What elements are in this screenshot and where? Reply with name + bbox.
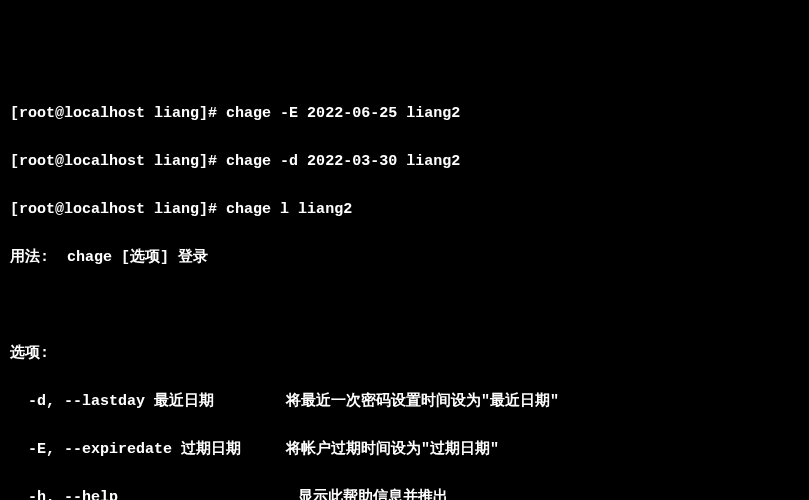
blank-line [10, 294, 799, 318]
prompt-line-2: [root@localhost liang]# chage -d 2022-03… [10, 150, 799, 174]
prompt-open: [ [10, 105, 19, 122]
prompt-line-1: [root@localhost liang]# chage -E 2022-06… [10, 102, 799, 126]
prompt-open: [ [10, 201, 19, 218]
prompt-close: ]# [199, 105, 226, 122]
prompt-host: localhost [64, 201, 145, 218]
option-E: -E, --expiredate 过期日期 将帐户过期时间设为"过期日期" [10, 438, 799, 462]
prompt-at: @ [55, 105, 64, 122]
prompt-at: @ [55, 153, 64, 170]
prompt-cwd: liang [154, 153, 199, 170]
option-h: -h, --help 显示此帮助信息并推出 [10, 486, 799, 500]
usage-header: 用法: chage [选项] 登录 [10, 246, 799, 270]
command-3[interactable]: chage l liang2 [226, 201, 352, 218]
command-1[interactable]: chage -E 2022-06-25 liang2 [226, 105, 460, 122]
prompt-close: ]# [199, 153, 226, 170]
prompt-close: ]# [199, 201, 226, 218]
prompt-open: [ [10, 153, 19, 170]
prompt-user: root [19, 201, 55, 218]
prompt-user: root [19, 153, 55, 170]
prompt-host: localhost [64, 153, 145, 170]
prompt-line-3: [root@localhost liang]# chage l liang2 [10, 198, 799, 222]
prompt-cwd: liang [154, 201, 199, 218]
prompt-cwd: liang [154, 105, 199, 122]
command-2[interactable]: chage -d 2022-03-30 liang2 [226, 153, 460, 170]
prompt-user: root [19, 105, 55, 122]
prompt-at: @ [55, 201, 64, 218]
prompt-host: localhost [64, 105, 145, 122]
options-header: 选项: [10, 342, 799, 366]
option-d: -d, --lastday 最近日期 将最近一次密码设置时间设为"最近日期" [10, 390, 799, 414]
